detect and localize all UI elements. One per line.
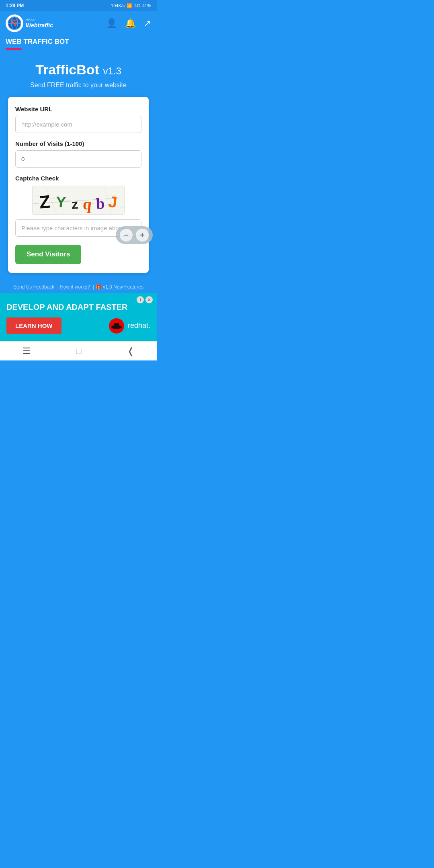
status-time: 1:29 PM (6, 3, 24, 8)
zoom-in-button[interactable]: + (136, 229, 149, 242)
captcha-label: Captcha Check (15, 175, 141, 182)
network-icon: 4G (134, 3, 140, 8)
logo-circle (6, 14, 23, 32)
ad-row: LEARN HOW redhat. (6, 317, 150, 334)
bottom-nav: ☰ □ ❬ (0, 341, 157, 360)
link-new-features[interactable]: 🎁 v1.3 New Features (96, 284, 143, 290)
svg-rect-20 (113, 326, 121, 328)
hero-version: v1.3 (103, 66, 121, 76)
svg-text:Y: Y (55, 194, 66, 211)
app-bar: global Webtraffic 👤 🔔 ↗ (0, 11, 157, 35)
home-icon[interactable]: □ (76, 346, 81, 356)
svg-text:J: J (108, 193, 118, 211)
menu-icon[interactable]: ☰ (23, 346, 31, 356)
logo-text: global Webtraffic (26, 18, 53, 29)
logo-webtraffic-text: Webtraffic (26, 22, 53, 29)
svg-point-5 (14, 24, 16, 26)
redhat-brand-text: redhat. (128, 321, 150, 330)
captcha-image-box: Z Y z q b J (15, 186, 141, 215)
send-visitors-button[interactable]: Send Visitors (15, 245, 81, 264)
status-bar: 1:29 PM 104K/s 📶 4G 41% (0, 0, 157, 11)
link-bar: Send Us Feedback | How it works? | 🎁 v1.… (0, 281, 157, 293)
ad-info-button[interactable]: i (137, 296, 144, 303)
form-card: Website URL Number of Visits (1-100) Cap… (8, 97, 149, 273)
nav-title: WEB TRAFFIC BOT (6, 38, 151, 48)
logo-svg (7, 16, 22, 31)
ad-title: DEVELOP AND ADAPT FASTER (6, 303, 128, 312)
link-feedback[interactable]: Send Us Feedback (13, 284, 54, 290)
hero-title: TrafficBot v1.3 (35, 62, 121, 78)
logo-area: global Webtraffic (6, 14, 53, 32)
ad-banner: i ✕ DEVELOP AND ADAPT FASTER LEARN HOW r… (0, 293, 157, 341)
url-input[interactable] (15, 116, 141, 133)
app-bar-icons: 👤 🔔 ↗ (106, 18, 151, 29)
bell-icon[interactable]: 🔔 (125, 18, 136, 29)
wifi-icon: 📶 (127, 3, 132, 8)
user-icon[interactable]: 👤 (106, 18, 117, 29)
hero-subtitle: Send FREE traffic to your website (30, 82, 127, 89)
svg-text:q: q (82, 195, 93, 213)
visits-label: Number of Visits (1-100) (15, 140, 141, 147)
captcha-svg: Z Y z q b J (33, 186, 124, 214)
svg-text:b: b (96, 194, 105, 212)
battery-icon: 41% (142, 3, 151, 8)
hero-title-bold: TrafficBot (35, 62, 99, 77)
captcha-image: Z Y z q b J (32, 186, 125, 215)
url-label: Website URL (15, 106, 141, 113)
redhat-logo-icon (108, 318, 125, 334)
back-icon[interactable]: ❬ (127, 346, 134, 356)
visits-input[interactable] (15, 150, 141, 168)
svg-text:Z: Z (39, 191, 51, 212)
nav-title-bar: WEB TRAFFIC BOT (0, 35, 157, 50)
ad-close-row: i ✕ (137, 296, 153, 303)
svg-text:z: z (71, 197, 78, 212)
share-icon[interactable]: ↗ (144, 18, 151, 29)
ad-learn-how-button[interactable]: LEARN HOW (6, 317, 61, 334)
link-how-it-works[interactable]: How it works? (60, 284, 90, 290)
logo-global-text: global (26, 18, 53, 22)
status-right: 104K/s 📶 4G 41% (111, 3, 151, 8)
ad-close-button[interactable]: ✕ (145, 296, 153, 303)
speed-indicator: 104K/s (111, 3, 125, 8)
zoom-controls: − + (116, 226, 153, 244)
svg-point-4 (11, 21, 14, 24)
ad-logo-area: redhat. (108, 318, 150, 334)
zoom-out-button[interactable]: − (120, 229, 133, 242)
main-content: TrafficBot v1.3 Send FREE traffic to you… (0, 50, 157, 281)
